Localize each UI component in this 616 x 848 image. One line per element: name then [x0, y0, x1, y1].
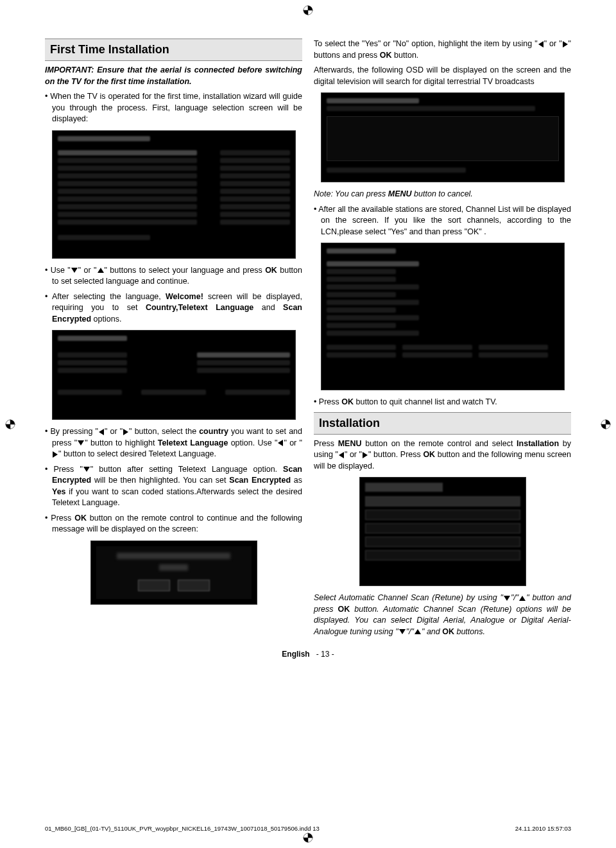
screenshot-confirm-dialog [90, 541, 257, 605]
right-column: To select the "Yes" or "No" option, high… [314, 39, 571, 641]
text: " button after setting Teletext Language… [90, 465, 283, 474]
text: and [253, 303, 283, 312]
text: Note: You can press [314, 189, 388, 198]
section-heading: Installation [314, 412, 571, 435]
text: Press [51, 514, 74, 523]
left-arrow-icon [339, 452, 344, 458]
text: To select the "Yes" or "No" option, high… [314, 39, 538, 48]
text: MENU [388, 189, 412, 198]
text: OK [380, 51, 392, 60]
down-arrow-icon [504, 596, 510, 601]
right-arrow-icon [53, 451, 58, 458]
text: " or " [544, 39, 562, 48]
text: option. Use " [228, 438, 277, 447]
text: " button, select the [129, 427, 199, 436]
text: " and [422, 627, 442, 636]
screenshot-installation-menu [359, 477, 526, 586]
paragraph: To select the "Yes" or "No" option, high… [314, 39, 571, 61]
page-lang: English [282, 650, 309, 659]
bullet-text: • Press "" button after setting Teletext… [45, 464, 302, 509]
page-content: First Time Installation IMPORTANT: Ensur… [0, 0, 616, 848]
up-arrow-icon [98, 268, 104, 273]
text: Press [319, 397, 341, 406]
bullet-text: When the TV is operated for the first ti… [45, 91, 302, 125]
text: buttons. [454, 627, 485, 636]
section-heading: First Time Installation [45, 39, 302, 61]
bullet-text: • By pressing "" or "" button, select th… [45, 426, 302, 460]
right-arrow-icon [363, 452, 368, 458]
text: " button. Press [368, 450, 423, 459]
left-column: First Time Installation IMPORTANT: Ensur… [45, 39, 302, 641]
text: By pressing " [50, 427, 98, 436]
text: Press [314, 439, 338, 448]
ok-label: OK [265, 266, 277, 275]
text: MENU [338, 439, 362, 448]
footer-timestamp: 24.11.2010 15:57:03 [515, 824, 571, 833]
text: as [291, 476, 302, 485]
left-arrow-icon [538, 41, 543, 48]
text: button to quit channel list and watch TV… [354, 397, 497, 406]
important-note: IMPORTANT: Ensure that the aerial is con… [45, 65, 302, 87]
footer-filename: 01_MB60_[GB]_(01-TV)_5110UK_PVR_woypbpr_… [45, 824, 320, 833]
text: OK [341, 397, 354, 406]
text: button on the remote control and select [361, 439, 517, 448]
page-num-value: - 13 - [316, 650, 334, 659]
text: button on the remote control to continue… [52, 514, 302, 534]
down-arrow-icon [78, 440, 84, 446]
text: " buttons to select your language and pr… [105, 266, 266, 275]
text: Use " [51, 266, 71, 275]
up-arrow-icon [415, 629, 421, 634]
screenshot-language-selection [52, 130, 296, 259]
down-arrow-icon [83, 467, 90, 472]
text: " or " [345, 450, 362, 459]
text: OK [442, 627, 454, 636]
text: Select Automatic Channel Scan (Retune) b… [314, 593, 503, 602]
note-text: Note: You can press MENU button to cance… [314, 189, 571, 200]
text: Country,Teletext Language [146, 303, 253, 312]
text: " or " [78, 266, 97, 275]
page-number: English - 13 - [45, 649, 571, 660]
left-arrow-icon [278, 440, 283, 446]
right-arrow-icon [123, 429, 128, 435]
text: options. [91, 315, 121, 324]
down-arrow-icon [71, 268, 78, 273]
left-arrow-icon [99, 429, 104, 435]
right-arrow-icon [563, 41, 568, 48]
bullet-text: • Press OK button on the remote control … [45, 513, 302, 535]
bullet-text: • Use "" or "" buttons to select your la… [45, 265, 302, 288]
text: " or " [284, 438, 302, 447]
text: button. [392, 51, 419, 60]
bullet-text: After all the available stations are sto… [314, 204, 571, 238]
text: Installation [517, 439, 559, 448]
text: if you want to scan coded stations.After… [52, 487, 302, 508]
text: Press " [53, 465, 82, 474]
text: will be then highlighted. You can set [91, 476, 229, 485]
text: Teletext Language [158, 438, 228, 447]
text: "/" [511, 593, 518, 602]
bullet-text: • Press OK button to quit channel list a… [314, 397, 571, 408]
text: country [199, 427, 228, 436]
text: " button to select desired Teletext Lang… [58, 449, 216, 458]
text: Yes [52, 487, 66, 496]
paragraph: Afterwards, the following OSD will be di… [314, 65, 571, 87]
text: "/" [406, 627, 414, 636]
down-arrow-icon [399, 629, 406, 634]
paragraph: Press MENU button on the remote control … [314, 438, 571, 472]
text: Welcome! [166, 292, 203, 301]
up-arrow-icon [519, 596, 526, 601]
screenshot-channel-search [321, 92, 565, 182]
text: " or " [105, 427, 123, 436]
text: OK [423, 450, 435, 459]
text: OK [338, 605, 350, 614]
text: button to cancel. [412, 189, 473, 198]
print-footer: 01_MB60_[GB]_(01-TV)_5110UK_PVR_woypbpr_… [45, 824, 571, 833]
bullet-text: • After selecting the language, Welcome!… [45, 291, 302, 325]
screenshot-welcome [52, 330, 296, 420]
text: OK [74, 514, 87, 523]
text: After selecting the language, [52, 292, 166, 301]
screenshot-channel-list [321, 243, 565, 390]
paragraph: Select Automatic Channel Scan (Retune) b… [314, 593, 571, 637]
text: Scan Encrypted [229, 476, 291, 485]
text: " button to highlight [85, 438, 157, 447]
